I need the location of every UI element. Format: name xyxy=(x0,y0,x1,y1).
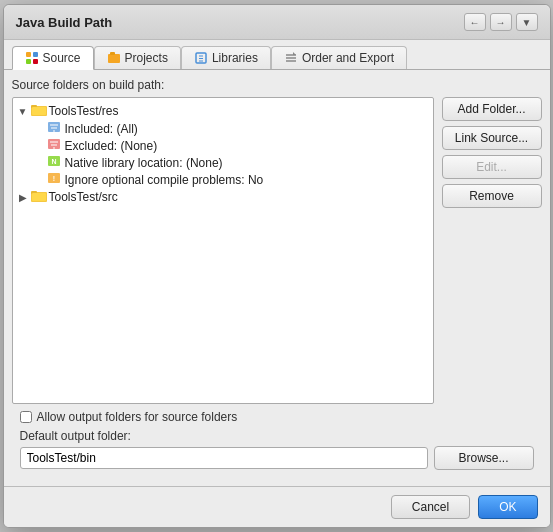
button-panel: Add Folder... Link Source... Edit... Rem… xyxy=(442,97,542,404)
svg-text:N: N xyxy=(51,158,56,165)
filter-icon xyxy=(47,138,61,153)
title-bar: Java Build Path ← → ▼ xyxy=(4,5,550,40)
link-source-button[interactable]: Link Source... xyxy=(442,126,542,150)
filter-icon xyxy=(47,121,61,136)
ok-button[interactable]: OK xyxy=(478,495,537,519)
folder-icon xyxy=(31,189,47,205)
tree-item-included[interactable]: ▶ Included: (All) xyxy=(17,120,429,137)
cancel-button[interactable]: Cancel xyxy=(391,495,470,519)
content-area: Source folders on build path: ▼ xyxy=(4,69,550,486)
projects-icon xyxy=(107,51,121,65)
spacer-icon: ▶ xyxy=(33,157,45,169)
tree-panel[interactable]: ▼ ToolsTest/res ▶ xyxy=(12,97,434,404)
svg-rect-5 xyxy=(110,52,115,55)
allow-output-checkbox[interactable] xyxy=(20,411,32,423)
chevron-right-icon: ▶ xyxy=(17,191,29,203)
section-label: Source folders on build path: xyxy=(12,78,542,92)
tab-projects[interactable]: Projects xyxy=(94,46,181,69)
dialog-title: Java Build Path xyxy=(16,15,113,30)
svg-rect-4 xyxy=(108,54,120,63)
tab-source-label: Source xyxy=(43,51,81,65)
svg-rect-0 xyxy=(26,52,31,57)
folder-icon xyxy=(31,103,47,119)
spacer-icon: ▶ xyxy=(33,174,45,186)
spacer-icon: ▶ xyxy=(33,140,45,152)
svg-rect-3 xyxy=(33,59,38,64)
svg-marker-13 xyxy=(293,52,296,55)
tab-projects-label: Projects xyxy=(125,51,168,65)
tree-item-native[interactable]: ▶ N Native library location: (None) xyxy=(17,154,429,171)
forward-button[interactable]: → xyxy=(490,13,512,31)
dialog-body: Source Projects xyxy=(4,40,550,486)
tab-source[interactable]: Source xyxy=(12,46,94,70)
default-output-label: Default output folder: xyxy=(20,429,534,443)
tab-libraries[interactable]: Libraries xyxy=(181,46,271,69)
title-bar-controls: ← → ▼ xyxy=(464,13,538,31)
dropdown-button[interactable]: ▼ xyxy=(516,13,538,31)
ignore-icon: ! xyxy=(47,172,61,187)
add-folder-button[interactable]: Add Folder... xyxy=(442,97,542,121)
svg-rect-16 xyxy=(32,107,46,115)
tree-item-toolstest-res[interactable]: ▼ ToolsTest/res xyxy=(17,102,429,120)
bottom-area: Allow output folders for source folders … xyxy=(12,404,542,478)
tree-item-label: Excluded: (None) xyxy=(65,139,158,153)
output-folder-input[interactable] xyxy=(20,447,428,469)
remove-button[interactable]: Remove xyxy=(442,184,542,208)
tree-item-label: Ignore optional compile problems: No xyxy=(65,173,264,187)
svg-text:!: ! xyxy=(52,175,54,182)
tab-order-export-label: Order and Export xyxy=(302,51,394,65)
allow-output-row: Allow output folders for source folders xyxy=(20,410,534,424)
java-build-path-dialog: Java Build Path ← → ▼ Source xyxy=(3,4,551,528)
main-row: ▼ ToolsTest/res ▶ xyxy=(12,97,542,404)
tree-item-label: ToolsTest/res xyxy=(49,104,119,118)
tab-bar: Source Projects xyxy=(4,40,550,69)
tab-libraries-label: Libraries xyxy=(212,51,258,65)
chevron-down-icon: ▼ xyxy=(17,105,29,117)
libraries-icon xyxy=(194,51,208,65)
native-icon: N xyxy=(47,155,61,170)
tree-item-label: ToolsTest/src xyxy=(49,190,118,204)
order-icon xyxy=(284,51,298,65)
edit-button[interactable]: Edit... xyxy=(442,155,542,179)
tree-item-label: Included: (All) xyxy=(65,122,138,136)
tab-order-export[interactable]: Order and Export xyxy=(271,46,407,69)
svg-rect-2 xyxy=(26,59,31,64)
source-icon xyxy=(25,51,39,65)
tree-item-toolstest-src[interactable]: ▶ ToolsTest/src xyxy=(17,188,429,206)
back-button[interactable]: ← xyxy=(464,13,486,31)
tree-item-excluded[interactable]: ▶ Excluded: (None) xyxy=(17,137,429,154)
tree-item-label: Native library location: (None) xyxy=(65,156,223,170)
output-row: Browse... xyxy=(20,446,534,470)
allow-output-label: Allow output folders for source folders xyxy=(37,410,238,424)
svg-rect-31 xyxy=(32,193,46,201)
spacer-icon: ▶ xyxy=(33,123,45,135)
tree-item-ignore[interactable]: ▶ ! Ignore optional compile problems: No xyxy=(17,171,429,188)
footer: Cancel OK xyxy=(4,486,550,527)
browse-button[interactable]: Browse... xyxy=(434,446,534,470)
svg-rect-1 xyxy=(33,52,38,57)
